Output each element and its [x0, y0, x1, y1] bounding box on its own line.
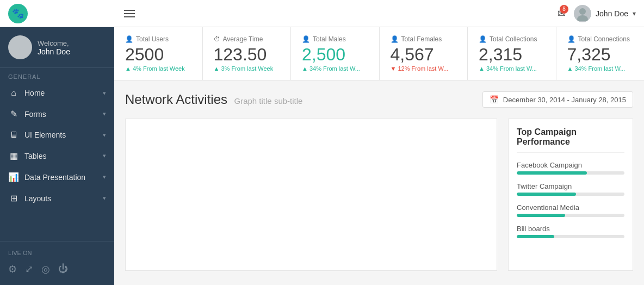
- sidebar-item-ui-label: UI Elements: [24, 131, 66, 139]
- layouts-icon: ⊞: [8, 193, 19, 203]
- stat-label-total-connections: 👤 Total Connections: [567, 35, 634, 43]
- tables-icon: ▦: [8, 151, 19, 161]
- svg-point-1: [577, 15, 588, 21]
- sidebar-item-data-left: 📊 Data Presentation: [8, 172, 85, 182]
- content-columns: Top Campaign Performance Facebook Campai…: [125, 119, 633, 271]
- hamburger-menu[interactable]: [124, 10, 135, 17]
- home-icon: ⌂: [8, 88, 19, 98]
- stat-change-total-females: ▼ 12% From last W...: [391, 65, 457, 72]
- chevron-right-icon: ▾: [103, 90, 106, 97]
- arrow-up-icon: ▲: [125, 65, 131, 72]
- user-info[interactable]: John Doe ▾: [574, 5, 636, 22]
- sidebar: Welcome, John Doe GENERAL ⌂ Home ▾ ✎ For…: [0, 27, 114, 285]
- graph-title: Network Activities: [125, 92, 227, 107]
- notification-button[interactable]: ✉ 8: [558, 8, 566, 20]
- campaign-twitter-progress-fill: [517, 193, 576, 196]
- stats-bar: 👤 Total Users 2500 ▲ 4% From last Week ⏱…: [114, 27, 644, 80]
- sidebar-bottom: LIVE ON ⚙ ⤢ ◎ ⏻: [0, 241, 114, 285]
- stat-change-total-collections: ▲ 34% From last W...: [479, 65, 545, 72]
- expand-icon[interactable]: ⤢: [25, 263, 33, 275]
- sidebar-item-home[interactable]: ⌂ Home ▾: [0, 83, 114, 103]
- brand-icon: 🐾: [8, 4, 28, 23]
- sidebar-item-ui-elements[interactable]: 🖥 UI Elements ▾: [0, 125, 114, 145]
- sidebar-item-forms-label: Forms: [24, 110, 46, 119]
- graph-subtitle: Graph title sub-title: [234, 96, 303, 106]
- power-icon[interactable]: ⏻: [58, 263, 68, 275]
- main-layout: Welcome, John Doe GENERAL ⌂ Home ▾ ✎ For…: [0, 27, 644, 285]
- campaign-facebook-progress-bg: [517, 171, 624, 175]
- sidebar-user-info: Welcome, John Doe: [38, 39, 70, 56]
- brand-name: Gentelella Alela!: [32, 8, 108, 19]
- campaign-twitter-label: Twitter Campaign: [517, 182, 624, 190]
- stat-value-average-time: 123.50: [214, 46, 280, 63]
- sidebar-item-home-left: ⌂ Home: [8, 88, 45, 98]
- arrow-up-icon-males: ▲: [302, 65, 308, 72]
- stat-value-total-males: 2,500: [302, 46, 368, 63]
- svg-point-0: [579, 8, 586, 15]
- date-range-picker[interactable]: 📅 December 30, 2014 - January 28, 2015: [482, 91, 633, 108]
- campaign-billboards-progress-fill: [517, 235, 554, 238]
- stat-average-time: ⏱ Average Time 123.50 ▲ 3% From last Wee…: [203, 27, 292, 80]
- campaign-item-billboards: Bill boards: [517, 225, 624, 238]
- campaign-conventional-label: Conventional Media: [517, 203, 624, 212]
- campaign-billboards-label: Bill boards: [517, 225, 624, 233]
- main-content: Network Activities Graph title sub-title…: [114, 80, 644, 282]
- campaign-billboards-progress-bg: [517, 235, 624, 238]
- stat-label-total-females: 👤 Total Females: [391, 35, 457, 43]
- female-icon: 👤: [391, 35, 399, 43]
- navbar-left: 🐾 Gentelella Alela!: [8, 4, 135, 23]
- stat-total-collections: 👤 Total Collections 2,315 ▲ 34% From las…: [468, 27, 556, 80]
- stat-total-females: 👤 Total Females 4,567 ▼ 12% From last W.…: [380, 27, 468, 80]
- chevron-down-icon: ▾: [633, 10, 636, 17]
- sidebar-general-label: GENERAL: [0, 68, 114, 83]
- campaign-facebook-label: Facebook Campaign: [517, 161, 624, 169]
- sidebar-item-forms[interactable]: ✎ Forms ▾: [0, 103, 114, 125]
- arrow-down-icon: ▼: [391, 65, 397, 72]
- stat-change-total-males: ▲ 34% From last W...: [302, 65, 368, 72]
- sidebar-item-forms-left: ✎ Forms: [8, 109, 46, 119]
- connections-icon: 👤: [567, 35, 575, 43]
- stat-change-average-time: ▲ 3% From last Week: [214, 65, 280, 72]
- username-label: John Doe: [596, 9, 628, 18]
- stat-value-total-females: 4,567: [391, 46, 457, 63]
- campaign-panel-title: Top Campaign Performance: [517, 127, 624, 153]
- graph-title-area: Network Activities Graph title sub-title: [125, 92, 302, 107]
- sidebar-item-data-presentation[interactable]: 📊 Data Presentation ▾: [0, 166, 114, 188]
- stat-label-total-males: 👤 Total Males: [302, 35, 368, 43]
- svg-point-3: [12, 49, 28, 59]
- stat-total-connections: 👤 Total Connections 7,325 ▲ 34% From las…: [556, 27, 645, 80]
- campaign-item-conventional: Conventional Media: [517, 203, 624, 217]
- notification-badge: 8: [560, 5, 568, 14]
- campaign-item-facebook: Facebook Campaign: [517, 161, 624, 175]
- sidebar-avatar: [8, 35, 32, 59]
- target-icon[interactable]: ◎: [41, 263, 50, 275]
- navbar: 🐾 Gentelella Alela! ✉ 8 John Doe ▾: [0, 0, 644, 27]
- collections-icon: 👤: [479, 35, 487, 43]
- sidebar-item-layouts-label: Layouts: [24, 194, 51, 203]
- user-icon: 👤: [125, 35, 133, 43]
- sidebar-user: Welcome, John Doe: [0, 27, 114, 68]
- clock-icon: ⏱: [214, 35, 220, 43]
- stat-label-total-users: 👤 Total Users: [125, 35, 191, 43]
- arrow-up-icon-time: ▲: [214, 65, 220, 72]
- content: 👤 Total Users 2500 ▲ 4% From last Week ⏱…: [114, 27, 644, 285]
- sidebar-item-tables-left: ▦ Tables: [8, 151, 46, 161]
- sidebar-item-data-label: Data Presentation: [24, 173, 85, 182]
- sidebar-item-tables[interactable]: ▦ Tables ▾: [0, 145, 114, 166]
- campaign-conventional-progress-bg: [517, 214, 624, 217]
- chevron-right-icon-forms: ▾: [103, 110, 106, 117]
- ui-elements-icon: 🖥: [8, 130, 19, 140]
- sidebar-username: John Doe: [38, 47, 70, 56]
- campaign-conventional-progress-fill: [517, 214, 565, 217]
- hamburger-line: [124, 13, 135, 14]
- sidebar-item-tables-label: Tables: [24, 152, 46, 160]
- hamburger-line: [124, 10, 135, 11]
- chevron-right-icon-layouts: ▾: [103, 195, 106, 202]
- stat-total-males: 👤 Total Males 2,500 ▲ 34% From last W...: [291, 27, 380, 80]
- settings-icon[interactable]: ⚙: [8, 263, 17, 275]
- stat-change-total-users: ▲ 4% From last Week: [125, 65, 191, 72]
- sidebar-item-ui-left: 🖥 UI Elements: [8, 130, 66, 140]
- sidebar-item-layouts-left: ⊞ Layouts: [8, 193, 51, 203]
- male-icon: 👤: [302, 35, 310, 43]
- sidebar-item-layouts[interactable]: ⊞ Layouts ▾: [0, 188, 114, 209]
